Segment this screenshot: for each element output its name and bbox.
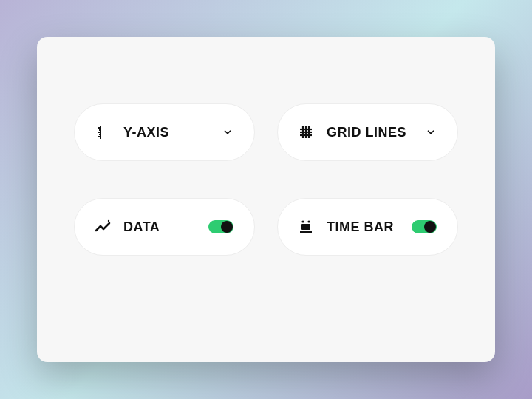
grid-icon — [296, 122, 316, 143]
svg-rect-16 — [300, 231, 312, 233]
data-label: DATA — [123, 219, 198, 235]
svg-point-15 — [307, 220, 310, 222]
grid-lines-label: GRID LINES — [327, 125, 415, 140]
y-axis-label: Y-AXIS — [123, 125, 211, 140]
svg-rect-13 — [301, 224, 310, 230]
data-line-icon — [92, 216, 113, 237]
svg-point-12 — [108, 220, 109, 222]
chevron-down-icon — [222, 126, 233, 138]
toggle-knob — [221, 221, 233, 233]
row-2: DATA TIME BAR — [74, 198, 458, 256]
time-bar-icon — [296, 216, 316, 237]
time-bar-toggle[interactable] — [412, 220, 437, 233]
settings-panel: Y-AXIS GRID LINES — [37, 37, 495, 362]
data-toggle-control[interactable]: DATA — [74, 198, 255, 256]
grid-lines-dropdown[interactable]: GRID LINES — [277, 103, 458, 161]
time-bar-toggle-control[interactable]: TIME BAR — [277, 198, 458, 256]
svg-point-14 — [301, 220, 304, 222]
y-axis-dropdown[interactable]: Y-AXIS — [74, 103, 255, 161]
chevron-down-icon — [425, 126, 437, 138]
toggle-knob — [424, 221, 436, 233]
time-bar-label: TIME BAR — [327, 219, 401, 235]
y-axis-icon — [92, 122, 113, 143]
row-1: Y-AXIS GRID LINES — [74, 103, 458, 161]
data-toggle[interactable] — [208, 220, 233, 233]
